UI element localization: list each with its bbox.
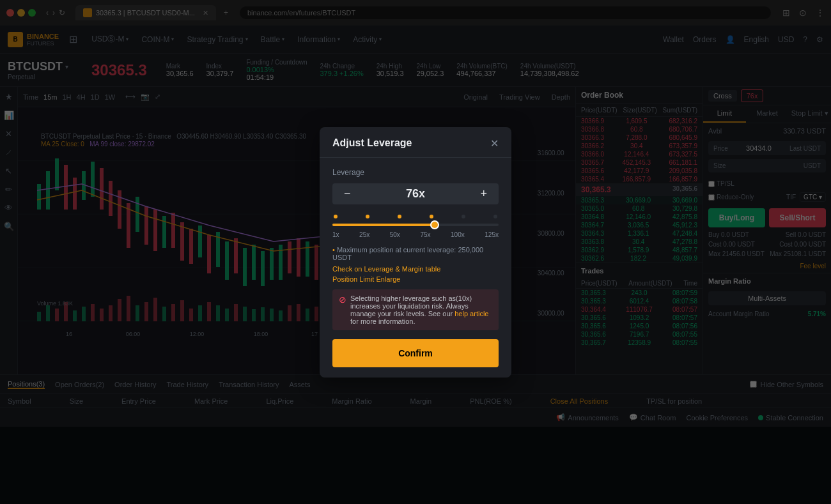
warning-icon: ⊘: [339, 294, 346, 325]
leverage-increase-button[interactable]: +: [475, 187, 492, 201]
modal-header: Adjust Leverage ✕: [320, 127, 511, 158]
leverage-warning: ⊘ Selecting higher leverage such as(10x)…: [332, 289, 499, 330]
leverage-slider-container: 1x 25x 50x 75x 100x 125x: [332, 215, 499, 238]
leverage-decrease-button[interactable]: −: [339, 187, 356, 201]
modal-body: Leverage − 76x +: [320, 158, 511, 378]
leverage-display: 76x: [356, 187, 476, 201]
leverage-label: Leverage: [332, 168, 499, 177]
slider-thumb[interactable]: [430, 220, 439, 229]
slider-fill: [332, 224, 432, 226]
slider-dot: [398, 215, 401, 218]
tick-75x[interactable]: 75x: [420, 231, 430, 238]
modal-title: Adjust Leverage: [332, 137, 412, 149]
slider-ticks: 1x 25x 50x 75x 100x 125x: [332, 231, 499, 238]
adjust-leverage-modal: Adjust Leverage ✕ Leverage − 76x +: [320, 127, 511, 378]
modal-close-button[interactable]: ✕: [490, 137, 499, 149]
confirm-button[interactable]: Confirm: [332, 339, 499, 367]
slider-dot: [366, 215, 369, 218]
tick-50x[interactable]: 50x: [390, 231, 400, 238]
slider-dot: [430, 215, 433, 218]
position-limit-link[interactable]: Position Limit Enlarge: [332, 275, 499, 283]
max-position-info: • Maximum position at current leverage: …: [332, 246, 499, 261]
slider-dots: [332, 215, 499, 218]
slider-dot: [334, 215, 338, 218]
slider-dot: [493, 215, 497, 218]
slider-dot: [462, 215, 465, 218]
tick-125x[interactable]: 125x: [485, 231, 499, 238]
modal-overlay: Adjust Leverage ✕ Leverage − 76x +: [0, 0, 831, 504]
leverage-slider-track[interactable]: [332, 224, 499, 226]
warning-text: Selecting higher leverage such as(10x) i…: [350, 294, 472, 317]
leverage-input-row: − 76x +: [332, 183, 499, 204]
warning-link[interactable]: help article: [454, 310, 488, 317]
warning-suffix: for more information.: [350, 317, 415, 325]
leverage-margin-link[interactable]: Check on Leverage & Margin table: [332, 265, 499, 273]
tick-100x[interactable]: 100x: [451, 231, 465, 238]
tick-25x[interactable]: 25x: [359, 231, 369, 238]
tick-1x[interactable]: 1x: [332, 231, 339, 238]
